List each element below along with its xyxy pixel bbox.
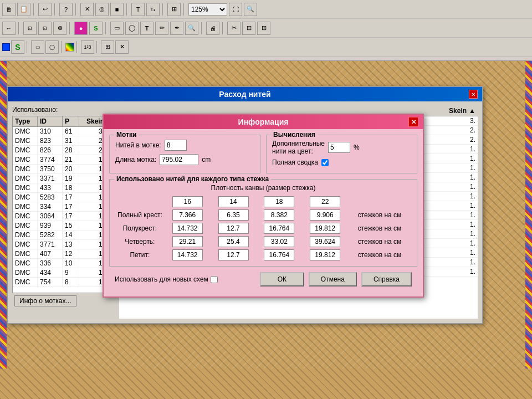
density-cell-3-0[interactable] — [172, 249, 203, 260]
table-row[interactable]: DMC 407 12 1. — [13, 249, 109, 259]
info-bottom: Использовать для новых схем ОК Отмена Сп… — [109, 272, 417, 291]
table-row[interactable]: DMC 3771 13 1. — [13, 240, 109, 249]
toolbar-btn-scissors[interactable]: ✂ — [227, 22, 241, 35]
toolbar-btn-table[interactable]: ⊞ — [167, 3, 181, 16]
toolbar-btn-paste[interactable]: 📋 — [17, 3, 30, 16]
col-header-16[interactable] — [172, 196, 203, 207]
use-new-checkbox[interactable] — [211, 276, 218, 283]
toolbar-btn-r1[interactable]: ▭ — [31, 40, 44, 54]
toolbar-btn-rect[interactable]: ▭ — [110, 22, 124, 35]
toolbar-btn-text[interactable]: T — [131, 3, 145, 16]
toolbar-btn-select2[interactable]: ⊡ — [38, 22, 52, 35]
toolbar-btn-grid[interactable]: ● — [74, 22, 88, 35]
density-cell-0-0[interactable] — [172, 209, 203, 221]
toolbar-btn-col2[interactable]: ⊞ — [257, 22, 270, 35]
cell-p: 12 — [63, 249, 79, 258]
density-cell-1-0[interactable] — [172, 223, 203, 234]
sep1 — [33, 3, 35, 16]
density-cell-2-2[interactable] — [264, 236, 294, 247]
table-row[interactable]: DMC 3064 17 1. — [13, 212, 109, 221]
table-row[interactable]: DMC 5283 17 1. — [13, 193, 109, 202]
toolbar-btn-pencil[interactable]: ✒ — [170, 22, 183, 35]
vychisleniya-label: Вычисления — [271, 131, 318, 139]
info-dialog-close[interactable]: ✕ — [408, 117, 418, 127]
table-row[interactable]: DMC 5282 14 1. — [13, 231, 109, 240]
density-row-label: Полукрест: — [115, 222, 165, 235]
toolbar-btn-square[interactable]: ■ — [110, 3, 124, 16]
density-cell-3-1[interactable] — [218, 249, 249, 260]
table-row[interactable]: DMC 3371 19 1. — [13, 174, 109, 183]
density-cell-2-1[interactable] — [218, 236, 249, 247]
percent-sign: % — [354, 144, 360, 151]
table-row[interactable]: DMC 334 17 1. — [13, 202, 109, 212]
col-header-22[interactable] — [310, 196, 340, 207]
density-cell-1-1[interactable] — [218, 223, 249, 234]
table-row[interactable]: DMC 826 28 2. — [13, 146, 109, 155]
cell-p: 15 — [63, 221, 79, 230]
zoom-select[interactable]: 125% 100% 75% — [188, 3, 227, 16]
motki-group-label: Мотки — [114, 131, 139, 139]
help-button[interactable]: Справка — [361, 272, 412, 287]
toolbar-btn-s[interactable]: S — [89, 22, 103, 35]
toolbar-btn-grid2[interactable]: ⊞ — [101, 40, 114, 54]
col-p-header: P — [63, 116, 79, 126]
toolbar-btn-help[interactable]: ? — [59, 3, 73, 16]
density-cell-2-0[interactable] — [172, 236, 203, 247]
density-cell-0-2[interactable] — [264, 209, 294, 221]
density-cell-2-3[interactable] — [310, 236, 340, 247]
toolbar-btn-num[interactable]: 1²3 — [81, 40, 94, 54]
density-cell-0-1[interactable] — [218, 209, 249, 221]
toolbar-btn-select1[interactable]: ⊡ — [23, 22, 37, 35]
toolbar-btn-pen[interactable]: ✏ — [155, 22, 168, 35]
toolbar-btn-target[interactable]: ◎ — [95, 3, 109, 16]
cell-p: 28 — [63, 146, 79, 155]
unit-label: стежков на см — [348, 208, 411, 222]
toolbar-btn-col1[interactable]: ⊟ — [242, 22, 255, 35]
cancel-button[interactable]: Отмена — [309, 272, 357, 287]
toolbar-btn-back[interactable]: ← — [2, 22, 16, 35]
cell-p: 20 — [63, 165, 79, 173]
toolbar-btn-zoom[interactable]: 🔍 — [244, 3, 257, 16]
toolbar-btn-undo[interactable]: ↩ — [38, 3, 52, 16]
sep4 — [126, 3, 129, 16]
table-row[interactable]: DMC 434 9 1. — [13, 268, 109, 278]
density-cell-3-2[interactable] — [264, 249, 294, 260]
toolbar-btn-color-swatch[interactable] — [65, 43, 74, 52]
table-row[interactable]: DMC 939 15 1. — [13, 221, 109, 231]
toolbar-btn-x2[interactable]: ✕ — [115, 40, 129, 54]
table-row[interactable]: DMC 754 8 1. — [13, 278, 109, 287]
toolbar-btn-T[interactable]: T — [140, 22, 154, 35]
ok-button[interactable]: ОК — [260, 272, 304, 287]
toolbar-btn-x[interactable]: ✕ — [80, 3, 94, 16]
table-row[interactable]: DMC 433 18 1. — [13, 183, 109, 193]
dlina-input[interactable] — [160, 154, 198, 165]
table-row[interactable]: DMC 336 10 1. — [13, 259, 109, 268]
col-header-18[interactable] — [264, 196, 294, 207]
info-motki-button[interactable]: Инфо о мотках... — [14, 295, 76, 306]
toolbar-btn-circle[interactable]: ◯ — [125, 22, 139, 35]
main-dialog-close[interactable]: ✕ — [469, 90, 478, 99]
full-svodka-checkbox[interactable] — [321, 159, 329, 166]
toolbar-btn-r2[interactable]: ◯ — [45, 40, 59, 54]
density-cell-0-3[interactable] — [310, 209, 340, 221]
percent-input[interactable] — [328, 142, 350, 153]
toolbar-btn-s2[interactable]: S — [11, 40, 24, 54]
table-row[interactable]: DMC 310 61 3. — [13, 127, 109, 136]
sep5 — [162, 3, 165, 16]
toolbar-btn-print[interactable]: 🖨 — [206, 22, 219, 35]
density-cell-3-3[interactable] — [310, 249, 340, 260]
use-new-scheme: Использовать для новых схем — [115, 275, 218, 283]
toolbar-btn-text2[interactable]: T₂ — [146, 3, 160, 16]
toolbar-btn-fit[interactable]: ⛶ — [229, 3, 242, 16]
toolbar-btn-search[interactable]: 🔍 — [185, 22, 198, 35]
density-cell-1-2[interactable] — [264, 223, 294, 234]
col-header-14[interactable] — [218, 196, 249, 207]
table-row[interactable]: DMC 3750 20 1. — [13, 165, 109, 174]
nitey-input[interactable] — [165, 140, 187, 151]
table-row[interactable]: DMC 823 31 2. — [13, 136, 109, 146]
cell-id: 334 — [38, 202, 63, 211]
toolbar-btn-copy[interactable]: 🗎 — [2, 3, 16, 16]
table-row[interactable]: DMC 3774 21 1. — [13, 155, 109, 165]
toolbar-btn-select3[interactable]: ⊛ — [53, 22, 66, 35]
density-cell-1-3[interactable] — [310, 223, 340, 234]
